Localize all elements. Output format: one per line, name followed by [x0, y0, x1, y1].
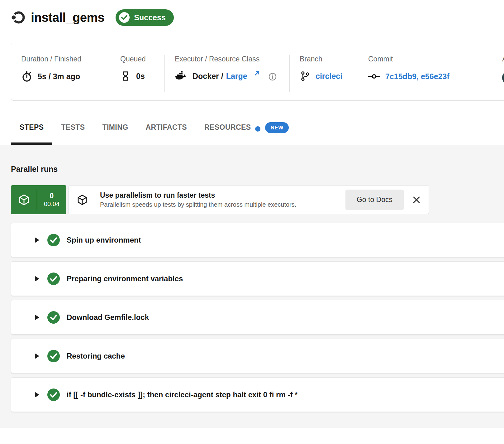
expand-chevron-icon — [35, 353, 39, 359]
cube-icon — [77, 194, 88, 205]
success-check-icon — [119, 12, 130, 23]
banner-title: Use parallelism to run faster tests — [100, 191, 296, 199]
step-success-icon — [47, 273, 60, 285]
parallel-run-button[interactable]: 0 00:04 — [11, 185, 66, 214]
step-title: Download Gemfile.lock — [67, 313, 149, 322]
job-title: install_gems — [31, 11, 104, 25]
parallelism-banner: Use parallelism to run faster tests Para… — [68, 185, 429, 214]
job-header: install_gems Success — [0, 0, 504, 26]
duration-column: Duration / Finished 5s / 3m ago — [11, 55, 110, 92]
go-to-docs-button[interactable]: Go to Docs — [345, 190, 404, 210]
tab-steps[interactable]: STEPS — [11, 123, 52, 145]
resource-class-link[interactable]: Large — [226, 72, 247, 81]
step-row[interactable]: Download Gemfile.lock — [11, 300, 504, 335]
queued-column: Queued 0s — [110, 55, 164, 92]
status-badge: Success — [116, 9, 174, 26]
step-row[interactable]: Preparing environment variables — [11, 261, 504, 296]
parallel-runs-heading: Parallel runs — [11, 165, 504, 174]
tab-resources[interactable]: RESOURCES — [196, 123, 254, 145]
executor-column: Executor / Resource Class Docker / Large — [164, 55, 289, 92]
banner-subtitle: Parallelism speeds up tests by splitting… — [100, 201, 296, 208]
commit-label: Commit — [368, 55, 482, 63]
duration-label: Duration / Finished — [21, 55, 100, 63]
tab-timing[interactable]: TIMING — [94, 123, 137, 145]
step-title: Preparing environment variables — [67, 274, 183, 283]
branch-label: Branch — [300, 55, 348, 63]
duration-value: 5s / 3m ago — [38, 72, 80, 81]
step-success-icon — [47, 388, 60, 401]
expand-chevron-icon — [35, 315, 39, 320]
docker-icon — [175, 71, 187, 81]
tab-tests[interactable]: TESTS — [52, 123, 93, 145]
resources-extras: NEW — [255, 123, 288, 133]
cube-icon — [11, 194, 37, 206]
expand-chevron-icon — [35, 276, 39, 282]
steps-panel: Parallel runs 0 00:04 — [0, 145, 504, 428]
git-branch-icon — [300, 71, 310, 81]
notification-dot-icon — [255, 126, 260, 132]
banner-close-button[interactable] — [411, 194, 422, 206]
hourglass-icon — [120, 71, 131, 81]
info-icon[interactable] — [269, 73, 277, 81]
new-badge: NEW — [265, 122, 288, 133]
run-time: 00:04 — [44, 200, 59, 207]
tab-artifacts[interactable]: ARTIFACTS — [137, 123, 196, 145]
actor-label: A — [502, 55, 504, 63]
branch-link[interactable]: circleci — [316, 72, 342, 81]
job-summary-card: Duration / Finished 5s / 3m ago Queued 0… — [11, 43, 504, 101]
avatar[interactable] — [502, 71, 504, 84]
commit-link[interactable]: 7c15db9, e56e23f — [385, 72, 449, 81]
banner-divider — [94, 190, 94, 210]
run-index: 0 — [50, 192, 54, 200]
step-success-icon — [47, 234, 60, 246]
step-title: Spin up environment — [67, 236, 141, 244]
status-label: Success — [134, 13, 165, 22]
executor-value-prefix: Docker / — [193, 72, 223, 81]
step-row[interactable]: Restoring cache — [11, 339, 504, 373]
step-success-icon — [47, 350, 60, 362]
stopwatch-icon — [21, 71, 32, 82]
expand-chevron-icon — [35, 392, 39, 398]
job-tabs: STEPS TESTS TIMING ARTIFACTS RESOURCES N… — [11, 123, 504, 145]
step-success-icon — [47, 311, 60, 324]
commit-column: Commit 7c15db9, e56e23f — [358, 55, 492, 92]
steps-list: Spin up environment Preparing environmen… — [11, 223, 504, 412]
step-row[interactable]: Spin up environment — [11, 223, 504, 257]
queued-value: 0s — [136, 72, 145, 81]
queued-label: Queued — [120, 55, 155, 63]
external-link-icon[interactable] — [254, 70, 260, 76]
expand-chevron-icon — [35, 237, 39, 243]
circleci-logo-icon — [11, 10, 26, 25]
actor-column: A — [492, 55, 504, 92]
executor-label: Executor / Resource Class — [175, 55, 279, 63]
step-title: if [[ -f bundle-exists ]]; then circleci… — [67, 390, 297, 399]
close-icon — [412, 195, 421, 205]
branch-column: Branch circleci — [289, 55, 358, 92]
step-row[interactable]: if [[ -f bundle-exists ]]; then circleci… — [11, 377, 504, 412]
step-title: Restoring cache — [67, 352, 125, 360]
commit-icon — [368, 71, 380, 82]
